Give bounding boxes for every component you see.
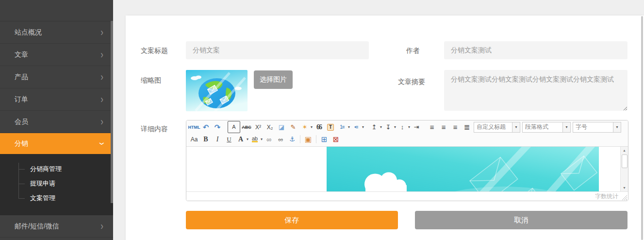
dropdown-caret-icon[interactable]: ▾ <box>362 125 364 129</box>
unlink-icon[interactable]: ∞ <box>275 134 286 144</box>
auto-typeset-icon[interactable]: ✶ <box>299 122 310 132</box>
sidebar-item-articles[interactable]: 文章 › <box>0 44 113 66</box>
to-lowercase-icon[interactable]: Aa <box>189 134 199 144</box>
dropdown-caret-icon[interactable]: ▾ <box>311 125 313 129</box>
ordered-list-icon[interactable]: 1≡ <box>337 122 347 132</box>
editor-toolbar: HTML ↶ ↷ A ABC X² X₂ ◪ ✎ ✶ ▾ 66 T <box>186 120 628 147</box>
cancel-button[interactable]: 取消 <box>415 211 627 229</box>
strikethrough-icon[interactable]: ABC <box>241 122 252 132</box>
submenu-item-label: 分销商管理 <box>30 165 62 173</box>
font-color-icon[interactable]: A <box>235 134 246 144</box>
sidebar-item-site-overview[interactable]: 站点概况 › <box>0 21 113 44</box>
align-center-icon[interactable]: ≡ <box>438 122 449 132</box>
highlight-icon[interactable]: ab <box>252 136 258 142</box>
indent-icon[interactable]: ⇥ <box>411 122 422 132</box>
dropdown-caret-icon[interactable]: ▾ <box>562 122 570 132</box>
heading-select[interactable]: 自定义标题 ▾ <box>474 122 520 133</box>
submenu-item-label: 文案管理 <box>30 194 55 203</box>
editor-content-area[interactable]: ▲ ▼ <box>186 147 628 191</box>
anchor-icon[interactable]: ⚓ <box>287 134 297 144</box>
resize-grip-icon[interactable] <box>622 195 627 200</box>
sidebar-item-label: 产品 <box>15 73 100 82</box>
distribution-submenu: 分销商管理 提现申请 文案管理 <box>0 154 113 215</box>
delete-table-icon[interactable]: ⊠ <box>330 134 341 144</box>
redo-icon[interactable]: ↷ <box>212 122 223 132</box>
chevron-right-icon: › <box>100 49 103 60</box>
bold-icon[interactable]: B <box>200 134 211 144</box>
unordered-list-icon[interactable]: •≡ <box>351 122 362 132</box>
link-icon[interactable]: ∞ <box>264 134 274 144</box>
chevron-right-icon: › <box>100 71 103 82</box>
choose-image-button[interactable]: 选择图片 <box>254 70 293 89</box>
chevron-right-icon: › <box>100 116 103 127</box>
title-label: 文案标题 <box>141 46 168 55</box>
content-panel: 文案标题 作者 缩略图 <box>126 16 644 240</box>
submenu-item-label: 提现申请 <box>30 179 55 188</box>
sidebar-item-distribution[interactable]: 分销 › <box>0 133 113 154</box>
dropdown-caret-icon[interactable]: ▾ <box>613 122 621 132</box>
sidebar-item-label: 站点概况 <box>15 28 100 37</box>
submenu-item-withdrawal-requests[interactable]: 提现申请 <box>0 176 113 191</box>
subscript-icon[interactable]: X₂ <box>264 122 275 132</box>
main-area: 文案标题 作者 缩略图 <box>113 0 644 240</box>
sidebar-item-label: 订单 <box>15 95 100 104</box>
undo-icon[interactable]: ↶ <box>200 122 211 132</box>
dropdown-caret-icon[interactable]: ▾ <box>247 137 248 141</box>
sidebar-item-members[interactable]: 会员 › <box>0 111 113 133</box>
sidebar-item-mail-sms-wechat[interactable]: 邮件/短信/微信 › <box>0 215 113 238</box>
remove-format-icon[interactable]: ◪ <box>276 122 287 132</box>
dropdown-caret-icon[interactable]: ▾ <box>512 122 520 132</box>
underline-icon[interactable]: U <box>224 134 234 144</box>
align-right-icon[interactable]: ≡ <box>450 122 461 132</box>
sidebar-item-label: 会员 <box>15 118 100 126</box>
chevron-down-icon: › <box>97 142 107 145</box>
sidebar-item-label: 文章 <box>15 51 100 59</box>
page: 站点概况 › 文章 › 产品 › 订单 › 会员 › 分销 › 分销商管理 <box>0 0 644 240</box>
toolbar-separator <box>316 135 316 143</box>
align-left-icon[interactable]: ≡ <box>427 122 437 132</box>
thumbnail-globe-illustration <box>186 70 248 111</box>
font-size-value: 字号 <box>573 122 613 132</box>
image-icon[interactable]: ▣ <box>303 134 314 144</box>
dropdown-caret-icon[interactable]: ▾ <box>394 125 396 129</box>
submenu-item-copywriting-management[interactable]: 文案管理 <box>0 191 113 206</box>
source-code-icon[interactable]: HTML <box>189 122 199 132</box>
space-above-icon[interactable]: ↥ <box>369 122 380 132</box>
word-count-label: 字数统计 <box>595 192 618 201</box>
author-input[interactable] <box>444 41 627 59</box>
page-scrollbar[interactable] <box>641 16 643 240</box>
dropdown-caret-icon[interactable]: ▾ <box>408 125 410 129</box>
blockquote-icon[interactable]: 66 <box>314 122 324 132</box>
dropdown-caret-icon[interactable]: ▾ <box>348 125 350 129</box>
space-below-icon[interactable]: ↧ <box>383 122 394 132</box>
superscript-icon[interactable]: X² <box>253 122 264 132</box>
dropdown-caret-icon[interactable]: ▾ <box>380 125 382 129</box>
title-input[interactable] <box>186 41 369 59</box>
line-height-icon[interactable]: ↕ <box>397 122 408 132</box>
scrollbar-thumb[interactable] <box>622 154 627 168</box>
sidebar-item-products[interactable]: 产品 › <box>0 66 113 88</box>
paragraph-format-select[interactable]: 段落格式 ▾ <box>522 122 571 133</box>
sidebar-item-orders[interactable]: 订单 › <box>0 88 113 111</box>
scroll-down-icon[interactable]: ▼ <box>621 185 628 191</box>
italic-icon[interactable]: I <box>212 134 223 144</box>
sidebar-scrollbar[interactable] <box>111 21 113 203</box>
save-button[interactable]: 保存 <box>186 211 398 229</box>
paste-text-icon[interactable]: T <box>327 124 334 131</box>
author-label: 作者 <box>406 46 420 55</box>
rich-text-editor: HTML ↶ ↷ A ABC X² X₂ ◪ ✎ ✶ ▾ 66 T <box>186 120 628 201</box>
content-label: 详细内容 <box>141 124 168 134</box>
paragraph-format-value: 段落格式 <box>523 122 562 132</box>
table-icon[interactable]: ⊞ <box>319 134 330 144</box>
align-justify-icon[interactable]: ≣ <box>462 122 472 132</box>
dropdown-caret-icon[interactable]: ▾ <box>261 137 263 141</box>
editor-scrollbar[interactable]: ▲ ▼ <box>620 147 628 191</box>
chevron-right-icon: › <box>100 27 103 37</box>
font-size-select[interactable]: 字号 ▾ <box>573 122 621 133</box>
heading-select-value: 自定义标题 <box>474 122 512 132</box>
format-brush-icon[interactable]: ✎ <box>288 122 298 132</box>
submenu-item-distributor-management[interactable]: 分销商管理 <box>0 162 113 176</box>
scroll-up-icon[interactable]: ▲ <box>621 147 628 154</box>
font-name-icon[interactable]: A <box>228 121 240 133</box>
summary-textarea[interactable]: 分销文案测试分销文案测试分销文案测试分销文案测试 <box>444 70 627 111</box>
